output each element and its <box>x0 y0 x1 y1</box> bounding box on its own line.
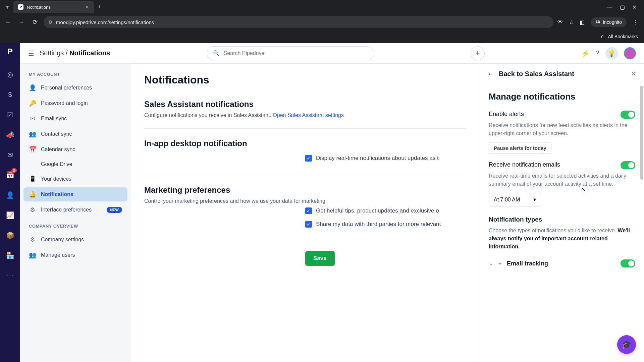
marketplace-icon[interactable]: 🏪 <box>5 250 15 261</box>
star-icon[interactable]: ☆ <box>569 19 574 25</box>
breadcrumb: Settings / Notifications <box>40 49 110 57</box>
tab-bar: ▾ P Notifications ✕ + — ▢ ✕ <box>0 0 644 14</box>
breadcrumb-root[interactable]: Settings <box>40 49 64 57</box>
favicon-icon: P <box>18 4 23 10</box>
contacts-icon: 👥 <box>29 130 36 138</box>
enable-alerts-desc: Receive notifications for new feed activ… <box>489 121 635 137</box>
avatar[interactable] <box>624 47 636 59</box>
breadcrumb-current: Notifications <box>69 49 110 57</box>
type-name: Email tracking <box>507 260 548 267</box>
time-value: At 7:00 AM <box>494 197 520 203</box>
open-sa-settings-link[interactable]: Open Sales Assistant settings <box>273 112 344 118</box>
site-info-icon[interactable]: ⚙ <box>48 19 53 25</box>
mail-icon[interactable]: ✉ <box>5 149 15 160</box>
envelope-icon: ✉ <box>29 115 36 122</box>
sidebar-item-interface[interactable]: ⚙Interface preferencesNEW <box>23 203 127 217</box>
receive-emails-toggle[interactable] <box>621 161 635 169</box>
activities-icon[interactable]: 📅2 <box>5 170 15 180</box>
chevron-down-icon: ▾ <box>533 196 536 203</box>
tab-title: Notifications <box>27 5 51 10</box>
rail-badge: 2 <box>11 168 17 173</box>
enable-alerts-label: Enable alerts <box>489 111 524 118</box>
reload-icon[interactable]: ⟳ <box>30 18 40 26</box>
maximize-icon[interactable]: ▢ <box>620 4 625 10</box>
products-icon[interactable]: 📦 <box>5 230 15 241</box>
more-icon[interactable]: ⋯ <box>5 270 15 281</box>
type-row-email-tracking[interactable]: ⌄ ✦ Email tracking <box>489 255 635 272</box>
body: MY ACCOUNT 👤Personal preferences 🔑Passwo… <box>20 64 644 362</box>
tab-search-icon[interactable]: ▾ <box>3 2 12 12</box>
graduation-cap-icon: 🎓 <box>622 340 632 349</box>
search-box[interactable]: 🔍 <box>207 46 374 60</box>
sidepanel-icon[interactable]: ◧ <box>580 19 585 25</box>
focus-icon[interactable]: ◎ <box>5 69 15 80</box>
section-sales-assistant: Sales Assistant notifications Configure … <box>144 100 466 129</box>
logo-icon[interactable]: P <box>7 47 13 56</box>
back-icon[interactable]: ← <box>3 19 13 26</box>
search-input[interactable] <box>224 50 368 56</box>
back-arrow-icon[interactable]: ← <box>487 70 494 78</box>
close-panel-icon[interactable]: ✕ <box>631 70 637 78</box>
quick-add-button[interactable]: + <box>471 46 485 60</box>
sidebar-item-email-sync[interactable]: ✉Email sync <box>23 112 127 126</box>
gear-icon: ⚙ <box>29 206 36 214</box>
pause-alerts-button[interactable]: Pause alerts for today <box>489 142 551 154</box>
minimize-icon[interactable]: — <box>607 4 612 10</box>
sidebar-item-manage-users[interactable]: 👥Manage users <box>23 248 127 262</box>
contacts-icon[interactable]: 👤 <box>5 190 15 200</box>
section-inapp: In-app desktop notification ✓ Display re… <box>144 139 466 175</box>
panel-scrollbar[interactable] <box>640 86 643 180</box>
sparkle-icon: ✦ <box>498 260 502 267</box>
main-content: Notifications Sales Assistant notificati… <box>131 64 480 362</box>
sidebar-item-google-drive[interactable]: Google Drive <box>23 158 127 171</box>
section-marketing: Marketing preferences Control your marke… <box>144 185 466 241</box>
url-field[interactable]: ⚙ moodjoy.pipedrive.com/settings/notific… <box>44 16 553 28</box>
close-window-icon[interactable]: ✕ <box>632 4 637 10</box>
menu-icon[interactable]: ⋮ <box>633 19 638 25</box>
sidebar-item-devices[interactable]: 📱Your devices <box>23 172 127 186</box>
users-icon: 👥 <box>29 251 36 259</box>
help-icon[interactable]: ? <box>596 49 599 57</box>
email-tracking-toggle[interactable] <box>621 259 635 267</box>
sidebar-item-contact-sync[interactable]: 👥Contact sync <box>23 127 127 141</box>
checkbox-realtime[interactable]: ✓ <box>305 155 312 162</box>
projects-icon[interactable]: ☑ <box>5 109 15 120</box>
checkbox-label: Display real-time notifications about up… <box>316 155 439 162</box>
panel-header: ← Back to Sales Assistant ✕ <box>480 64 644 84</box>
sidebar-item-password[interactable]: 🔑Password and login <box>23 96 127 110</box>
sidebar-item-personal[interactable]: 👤Personal preferences <box>23 81 127 95</box>
topbar: ☰ Settings / Notifications 🔍 + ⚡ ? 💡 <box>20 43 644 64</box>
sales-assistant-panel: ← Back to Sales Assistant ✕ Manage notif… <box>480 64 644 362</box>
chevron-down-icon: ⌄ <box>489 260 493 267</box>
sidebar-toggle-icon[interactable]: ☰ <box>28 49 34 57</box>
calendar-icon: 📅 <box>29 146 36 153</box>
summary-time-select[interactable]: At 7:00 AM ▾ <box>489 193 541 206</box>
campaigns-icon[interactable]: 📣 <box>5 129 15 140</box>
deals-icon[interactable]: $ <box>5 89 15 100</box>
panel-back-label[interactable]: Back to Sales Assistant <box>499 70 574 78</box>
section-title: In-app desktop notification <box>144 139 466 148</box>
new-tab-button[interactable]: + <box>94 4 106 11</box>
incognito-badge[interactable]: 🕶 Incognito <box>591 17 627 27</box>
all-bookmarks-link[interactable]: All Bookmarks <box>608 34 638 39</box>
section-description: Configure notifications you receive in S… <box>144 112 466 118</box>
enable-alerts-toggle[interactable] <box>621 111 635 119</box>
eye-off-icon[interactable]: 👁 <box>557 19 563 25</box>
academy-fab[interactable]: 🎓 <box>617 335 636 354</box>
assistant-icon[interactable]: 💡 <box>605 47 618 59</box>
checkbox-share-data[interactable]: ✓ <box>305 221 312 228</box>
save-button[interactable]: Save <box>305 251 335 266</box>
browser-chrome: ▾ P Notifications ✕ + — ▢ ✕ ← → ⟳ ⚙ mood… <box>0 0 644 43</box>
sidebar-item-calendar-sync[interactable]: 📅Calendar sync <box>23 142 127 157</box>
browser-tab[interactable]: P Notifications ✕ <box>13 1 94 13</box>
sidebar-item-notifications[interactable]: 🔔Notifications <box>23 187 127 201</box>
gear-icon: ⚙ <box>29 236 36 243</box>
sidebar-item-company-settings[interactable]: ⚙Company settings <box>23 233 127 247</box>
section-title: Marketing preferences <box>144 185 466 195</box>
insights-icon[interactable]: 📈 <box>5 210 15 221</box>
tab-close-icon[interactable]: ✕ <box>85 4 89 10</box>
phone-icon: 📱 <box>29 175 36 183</box>
checkbox-tips[interactable]: ✓ <box>305 207 312 214</box>
extension-icon[interactable]: ⚡ <box>581 49 590 57</box>
notification-types-title: Notification types <box>489 216 635 223</box>
